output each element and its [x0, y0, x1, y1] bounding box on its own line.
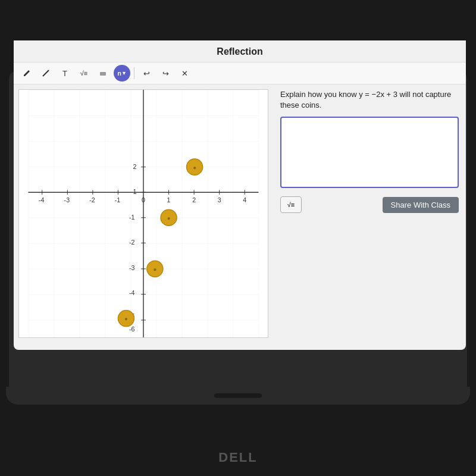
- share-with-class-button[interactable]: Share With Class: [383, 197, 459, 213]
- coordinate-graph: 0 -1 -2 -3 -4 1 2 3 4 2 1 -1 -2: [19, 90, 268, 337]
- math-icon: √≡: [287, 201, 295, 208]
- svg-text:●: ●: [153, 266, 156, 273]
- svg-text:●: ●: [124, 315, 128, 322]
- svg-rect-1: [100, 72, 106, 76]
- close-button[interactable]: ✕: [176, 65, 193, 82]
- svg-text:-4: -4: [39, 196, 45, 203]
- svg-line-0: [43, 70, 49, 76]
- laptop-screen: Reflection T √≡: [14, 40, 466, 350]
- eraser-tool-button[interactable]: [95, 65, 111, 82]
- svg-text:1: 1: [167, 196, 171, 203]
- question-text: Explain how you know y = −2x + 3 will no…: [280, 89, 459, 111]
- svg-text:2: 2: [133, 163, 136, 170]
- svg-text:3: 3: [218, 196, 221, 203]
- undo-button[interactable]: ↩: [138, 65, 155, 82]
- redo-button[interactable]: ↪: [157, 65, 174, 82]
- svg-text:1: 1: [133, 188, 136, 195]
- highlighter-tool-button[interactable]: n ▼: [114, 65, 130, 82]
- right-panel: Explain how you know y = −2x + 3 will no…: [273, 84, 466, 343]
- math-tool-button[interactable]: √≡: [76, 65, 92, 82]
- graph-container: 0 -1 -2 -3 -4 1 2 3 4 2 1 -1 -2: [18, 89, 268, 338]
- line-tool-button[interactable]: [37, 65, 54, 82]
- svg-text:2: 2: [192, 196, 196, 203]
- svg-text:-3: -3: [129, 264, 135, 271]
- bottom-row: √≡ Share With Class: [280, 196, 459, 213]
- svg-text:0: 0: [142, 196, 145, 203]
- main-content: 0 -1 -2 -3 -4 1 2 3 4 2 1 -1 -2: [14, 84, 466, 343]
- math-input-button[interactable]: √≡: [280, 196, 302, 213]
- svg-text:●: ●: [193, 164, 196, 171]
- svg-text:-1: -1: [115, 196, 121, 203]
- svg-text:-6: -6: [129, 325, 135, 333]
- svg-text:-3: -3: [64, 196, 70, 203]
- pencil-tool-button[interactable]: [18, 65, 35, 82]
- laptop-base: [6, 387, 470, 405]
- answer-input[interactable]: [280, 117, 459, 188]
- svg-text:4: 4: [243, 196, 246, 203]
- page-title: Reflection: [14, 40, 466, 62]
- toolbar: T √≡ n ▼ ↩ ↪: [14, 62, 466, 84]
- svg-text:-1: -1: [129, 214, 135, 221]
- svg-text:-4: -4: [129, 289, 135, 296]
- toolbar-divider-1: [134, 67, 134, 79]
- dell-logo: DELL: [218, 450, 257, 465]
- svg-text:-2: -2: [129, 239, 135, 246]
- svg-text:-2: -2: [89, 196, 95, 203]
- svg-text:●: ●: [167, 215, 171, 221]
- text-tool-button[interactable]: T: [57, 65, 73, 82]
- laptop-notch: [214, 393, 262, 398]
